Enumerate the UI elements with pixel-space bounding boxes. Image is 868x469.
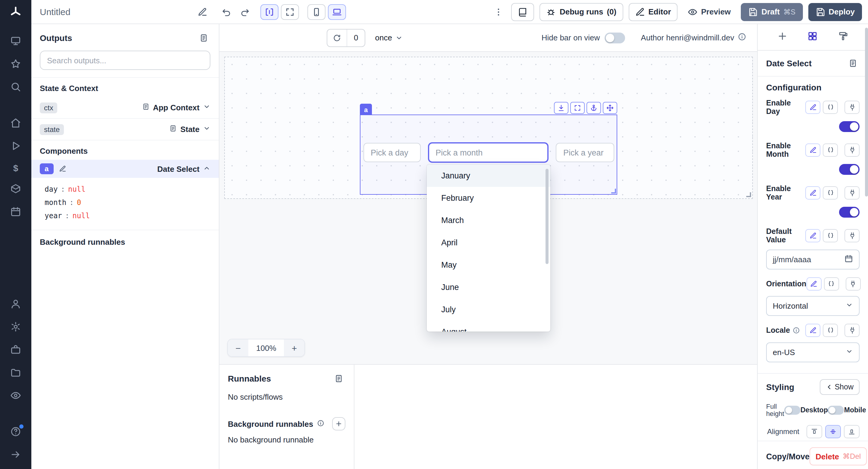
component-output-row[interactable]: a Date Select: [31, 160, 219, 178]
connect-input-button[interactable]: [844, 101, 860, 114]
app-canvas[interactable]: a Pick a day Pick a month Pick a year: [219, 52, 757, 364]
move-icon[interactable]: [603, 102, 617, 114]
desktop-view-toggle[interactable]: [328, 4, 346, 20]
info-icon[interactable]: [317, 419, 324, 428]
scrollbar-thumb[interactable]: [865, 28, 868, 196]
month-option[interactable]: August: [427, 321, 550, 332]
chevron-down-icon[interactable]: [203, 103, 210, 112]
align-middle-button[interactable]: [825, 425, 841, 438]
orientation-select[interactable]: Horizontal: [766, 296, 860, 316]
css-editor-tab[interactable]: [834, 27, 852, 47]
chevron-up-icon[interactable]: [203, 164, 210, 173]
connect-input-button[interactable]: [844, 324, 860, 337]
calendar-icon[interactable]: [844, 254, 853, 264]
hide-bar-toggle[interactable]: [604, 32, 625, 43]
docs-button[interactable]: [512, 3, 534, 21]
month-option[interactable]: May: [427, 254, 550, 276]
js-input-button[interactable]: [823, 324, 838, 337]
month-option[interactable]: January: [427, 164, 550, 187]
undo-button[interactable]: [219, 4, 234, 19]
full-height-toggle[interactable]: [784, 405, 801, 414]
enable-year-toggle[interactable]: [839, 207, 860, 218]
component-resize-handle[interactable]: [611, 189, 616, 193]
static-input-button[interactable]: [805, 101, 820, 114]
align-bottom-button[interactable]: [844, 425, 860, 438]
editor-tab-button[interactable]: Editor: [628, 3, 678, 21]
resources-icon[interactable]: [10, 183, 21, 196]
js-input-button[interactable]: [824, 277, 839, 290]
apps-icon[interactable]: [10, 36, 21, 48]
desktop-mobile-toggle[interactable]: [828, 405, 844, 414]
delete-component-button[interactable]: Delete ⌘Del: [809, 447, 867, 465]
align-top-button[interactable]: [807, 425, 822, 438]
search-icon[interactable]: [10, 82, 21, 94]
js-input-button[interactable]: [823, 144, 838, 157]
info-icon[interactable]: [792, 327, 800, 334]
settings-icon[interactable]: [10, 321, 21, 334]
search-outputs-input[interactable]: [40, 51, 210, 70]
favorites-icon[interactable]: [10, 59, 21, 71]
enable-month-toggle[interactable]: [839, 164, 860, 175]
chevron-down-icon[interactable]: [203, 125, 210, 134]
day-input[interactable]: Pick a day: [364, 143, 421, 162]
state-row[interactable]: state State: [31, 119, 219, 140]
default-value-date-input[interactable]: jj/mm/aaaa: [766, 250, 860, 270]
object-row[interactable]: year:null: [44, 209, 210, 222]
static-input-button[interactable]: [805, 229, 820, 242]
home-icon[interactable]: [10, 118, 21, 130]
help-icon[interactable]: [10, 426, 21, 439]
rename-app-button[interactable]: [195, 4, 210, 19]
collapse-sidebar-icon[interactable]: [10, 449, 21, 462]
more-menu-button[interactable]: [492, 4, 506, 19]
month-option[interactable]: July: [427, 299, 550, 321]
canvas-resize-handle[interactable]: [746, 192, 751, 197]
locale-select[interactable]: en-US: [766, 342, 860, 362]
static-input-button[interactable]: [805, 144, 820, 157]
show-styling-button[interactable]: Show: [819, 379, 860, 395]
windmill-logo-icon[interactable]: [10, 6, 22, 20]
fullscreen-toggle[interactable]: [281, 4, 299, 20]
users-icon[interactable]: [10, 299, 21, 311]
js-input-button[interactable]: [823, 101, 838, 114]
add-background-runnable-button[interactable]: [332, 417, 345, 430]
outputs-doc-icon[interactable]: [197, 31, 210, 44]
enable-day-toggle[interactable]: [839, 121, 860, 132]
workers-icon[interactable]: [10, 344, 21, 357]
static-input-button[interactable]: [806, 277, 821, 290]
component-outline-toggle[interactable]: [260, 4, 278, 20]
variables-icon[interactable]: $: [13, 163, 19, 173]
runnables-doc-icon[interactable]: [332, 372, 345, 385]
connect-input-button[interactable]: [844, 144, 860, 157]
connect-input-button[interactable]: [845, 277, 861, 290]
component-settings-tab[interactable]: [804, 27, 822, 47]
preview-tab-button[interactable]: Preview: [683, 3, 735, 21]
static-input-button[interactable]: [805, 324, 820, 337]
month-option[interactable]: March: [427, 209, 550, 231]
dropdown-scrollbar[interactable]: [546, 169, 549, 264]
edit-component-id-icon[interactable]: [58, 164, 67, 174]
page-scrollbar[interactable]: [864, 0, 868, 469]
deploy-button[interactable]: Deploy: [808, 3, 862, 21]
runs-icon[interactable]: [10, 140, 21, 153]
static-input-button[interactable]: [805, 186, 820, 199]
ctx-row[interactable]: ctx App Context: [31, 97, 219, 119]
connect-input-button[interactable]: [844, 229, 860, 242]
expand-icon[interactable]: [570, 102, 585, 114]
redo-button[interactable]: [238, 4, 252, 19]
debug-runs-button[interactable]: Debug runs (0): [540, 3, 623, 21]
month-option[interactable]: April: [427, 231, 550, 254]
js-input-button[interactable]: [823, 229, 838, 242]
year-input[interactable]: Pick a year: [556, 143, 614, 162]
draft-button[interactable]: Draft ⌘S: [741, 3, 803, 21]
object-row[interactable]: day:null: [44, 183, 210, 196]
folders-icon[interactable]: [10, 367, 21, 380]
month-option[interactable]: June: [427, 276, 550, 299]
connect-input-button[interactable]: [844, 186, 860, 199]
month-option[interactable]: February: [427, 187, 550, 209]
mobile-view-toggle[interactable]: [307, 4, 326, 20]
zoom-in-button[interactable]: +: [284, 339, 305, 356]
js-input-button[interactable]: [823, 186, 838, 199]
anchor-icon[interactable]: [587, 102, 601, 114]
insert-component-tab[interactable]: [773, 27, 792, 47]
zoom-out-button[interactable]: −: [228, 339, 248, 356]
